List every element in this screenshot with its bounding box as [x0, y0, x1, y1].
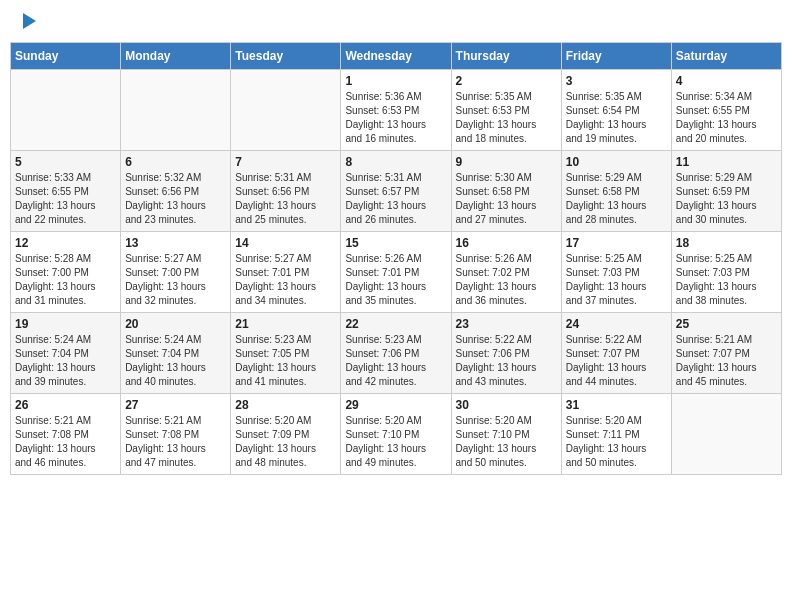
- dow-header-saturday: Saturday: [671, 43, 781, 70]
- day-cell-empty: [11, 70, 121, 151]
- week-row-3: 12Sunrise: 5:28 AM Sunset: 7:00 PM Dayli…: [11, 232, 782, 313]
- day-cell-empty: [121, 70, 231, 151]
- day-cell-7: 7Sunrise: 5:31 AM Sunset: 6:56 PM Daylig…: [231, 151, 341, 232]
- day-number: 25: [676, 317, 777, 331]
- day-info: Sunrise: 5:25 AM Sunset: 7:03 PM Dayligh…: [566, 252, 667, 308]
- day-cell-29: 29Sunrise: 5:20 AM Sunset: 7:10 PM Dayli…: [341, 394, 451, 475]
- day-number: 12: [15, 236, 116, 250]
- week-row-4: 19Sunrise: 5:24 AM Sunset: 7:04 PM Dayli…: [11, 313, 782, 394]
- day-info: Sunrise: 5:21 AM Sunset: 7:08 PM Dayligh…: [125, 414, 226, 470]
- day-number: 14: [235, 236, 336, 250]
- day-cell-9: 9Sunrise: 5:30 AM Sunset: 6:58 PM Daylig…: [451, 151, 561, 232]
- day-info: Sunrise: 5:32 AM Sunset: 6:56 PM Dayligh…: [125, 171, 226, 227]
- day-cell-19: 19Sunrise: 5:24 AM Sunset: 7:04 PM Dayli…: [11, 313, 121, 394]
- day-info: Sunrise: 5:33 AM Sunset: 6:55 PM Dayligh…: [15, 171, 116, 227]
- day-cell-30: 30Sunrise: 5:20 AM Sunset: 7:10 PM Dayli…: [451, 394, 561, 475]
- day-info: Sunrise: 5:23 AM Sunset: 7:05 PM Dayligh…: [235, 333, 336, 389]
- day-cell-28: 28Sunrise: 5:20 AM Sunset: 7:09 PM Dayli…: [231, 394, 341, 475]
- day-info: Sunrise: 5:34 AM Sunset: 6:55 PM Dayligh…: [676, 90, 777, 146]
- day-cell-8: 8Sunrise: 5:31 AM Sunset: 6:57 PM Daylig…: [341, 151, 451, 232]
- day-cell-2: 2Sunrise: 5:35 AM Sunset: 6:53 PM Daylig…: [451, 70, 561, 151]
- day-number: 8: [345, 155, 446, 169]
- week-row-2: 5Sunrise: 5:33 AM Sunset: 6:55 PM Daylig…: [11, 151, 782, 232]
- day-cell-empty: [671, 394, 781, 475]
- day-number: 29: [345, 398, 446, 412]
- day-number: 3: [566, 74, 667, 88]
- day-info: Sunrise: 5:28 AM Sunset: 7:00 PM Dayligh…: [15, 252, 116, 308]
- day-cell-16: 16Sunrise: 5:26 AM Sunset: 7:02 PM Dayli…: [451, 232, 561, 313]
- dow-header-tuesday: Tuesday: [231, 43, 341, 70]
- day-cell-15: 15Sunrise: 5:26 AM Sunset: 7:01 PM Dayli…: [341, 232, 451, 313]
- day-cell-22: 22Sunrise: 5:23 AM Sunset: 7:06 PM Dayli…: [341, 313, 451, 394]
- day-info: Sunrise: 5:29 AM Sunset: 6:58 PM Dayligh…: [566, 171, 667, 227]
- day-info: Sunrise: 5:20 AM Sunset: 7:10 PM Dayligh…: [456, 414, 557, 470]
- day-number: 19: [15, 317, 116, 331]
- day-number: 11: [676, 155, 777, 169]
- day-info: Sunrise: 5:35 AM Sunset: 6:53 PM Dayligh…: [456, 90, 557, 146]
- day-cell-27: 27Sunrise: 5:21 AM Sunset: 7:08 PM Dayli…: [121, 394, 231, 475]
- day-info: Sunrise: 5:25 AM Sunset: 7:03 PM Dayligh…: [676, 252, 777, 308]
- day-number: 1: [345, 74, 446, 88]
- dow-header-monday: Monday: [121, 43, 231, 70]
- day-cell-25: 25Sunrise: 5:21 AM Sunset: 7:07 PM Dayli…: [671, 313, 781, 394]
- day-info: Sunrise: 5:21 AM Sunset: 7:08 PM Dayligh…: [15, 414, 116, 470]
- day-number: 22: [345, 317, 446, 331]
- day-cell-4: 4Sunrise: 5:34 AM Sunset: 6:55 PM Daylig…: [671, 70, 781, 151]
- day-info: Sunrise: 5:36 AM Sunset: 6:53 PM Dayligh…: [345, 90, 446, 146]
- day-cell-12: 12Sunrise: 5:28 AM Sunset: 7:00 PM Dayli…: [11, 232, 121, 313]
- day-number: 9: [456, 155, 557, 169]
- day-number: 7: [235, 155, 336, 169]
- day-number: 30: [456, 398, 557, 412]
- day-info: Sunrise: 5:22 AM Sunset: 7:07 PM Dayligh…: [566, 333, 667, 389]
- day-number: 13: [125, 236, 226, 250]
- day-cell-14: 14Sunrise: 5:27 AM Sunset: 7:01 PM Dayli…: [231, 232, 341, 313]
- day-number: 16: [456, 236, 557, 250]
- day-info: Sunrise: 5:30 AM Sunset: 6:58 PM Dayligh…: [456, 171, 557, 227]
- day-number: 27: [125, 398, 226, 412]
- day-number: 31: [566, 398, 667, 412]
- week-row-5: 26Sunrise: 5:21 AM Sunset: 7:08 PM Dayli…: [11, 394, 782, 475]
- day-cell-13: 13Sunrise: 5:27 AM Sunset: 7:00 PM Dayli…: [121, 232, 231, 313]
- day-cell-3: 3Sunrise: 5:35 AM Sunset: 6:54 PM Daylig…: [561, 70, 671, 151]
- page-header: [10, 10, 782, 32]
- days-of-week-row: SundayMondayTuesdayWednesdayThursdayFrid…: [11, 43, 782, 70]
- day-info: Sunrise: 5:20 AM Sunset: 7:09 PM Dayligh…: [235, 414, 336, 470]
- day-info: Sunrise: 5:31 AM Sunset: 6:56 PM Dayligh…: [235, 171, 336, 227]
- logo: [20, 15, 36, 27]
- day-number: 18: [676, 236, 777, 250]
- day-number: 17: [566, 236, 667, 250]
- day-cell-31: 31Sunrise: 5:20 AM Sunset: 7:11 PM Dayli…: [561, 394, 671, 475]
- day-number: 15: [345, 236, 446, 250]
- day-number: 24: [566, 317, 667, 331]
- day-info: Sunrise: 5:27 AM Sunset: 7:00 PM Dayligh…: [125, 252, 226, 308]
- week-row-1: 1Sunrise: 5:36 AM Sunset: 6:53 PM Daylig…: [11, 70, 782, 151]
- dow-header-friday: Friday: [561, 43, 671, 70]
- day-cell-1: 1Sunrise: 5:36 AM Sunset: 6:53 PM Daylig…: [341, 70, 451, 151]
- day-info: Sunrise: 5:27 AM Sunset: 7:01 PM Dayligh…: [235, 252, 336, 308]
- day-number: 26: [15, 398, 116, 412]
- day-cell-23: 23Sunrise: 5:22 AM Sunset: 7:06 PM Dayli…: [451, 313, 561, 394]
- day-info: Sunrise: 5:29 AM Sunset: 6:59 PM Dayligh…: [676, 171, 777, 227]
- day-cell-5: 5Sunrise: 5:33 AM Sunset: 6:55 PM Daylig…: [11, 151, 121, 232]
- day-info: Sunrise: 5:21 AM Sunset: 7:07 PM Dayligh…: [676, 333, 777, 389]
- day-info: Sunrise: 5:26 AM Sunset: 7:01 PM Dayligh…: [345, 252, 446, 308]
- day-cell-17: 17Sunrise: 5:25 AM Sunset: 7:03 PM Dayli…: [561, 232, 671, 313]
- day-info: Sunrise: 5:26 AM Sunset: 7:02 PM Dayligh…: [456, 252, 557, 308]
- dow-header-sunday: Sunday: [11, 43, 121, 70]
- day-number: 21: [235, 317, 336, 331]
- day-cell-26: 26Sunrise: 5:21 AM Sunset: 7:08 PM Dayli…: [11, 394, 121, 475]
- day-number: 5: [15, 155, 116, 169]
- day-cell-18: 18Sunrise: 5:25 AM Sunset: 7:03 PM Dayli…: [671, 232, 781, 313]
- day-number: 4: [676, 74, 777, 88]
- day-info: Sunrise: 5:31 AM Sunset: 6:57 PM Dayligh…: [345, 171, 446, 227]
- day-cell-11: 11Sunrise: 5:29 AM Sunset: 6:59 PM Dayli…: [671, 151, 781, 232]
- day-cell-10: 10Sunrise: 5:29 AM Sunset: 6:58 PM Dayli…: [561, 151, 671, 232]
- day-info: Sunrise: 5:20 AM Sunset: 7:10 PM Dayligh…: [345, 414, 446, 470]
- day-number: 23: [456, 317, 557, 331]
- day-info: Sunrise: 5:20 AM Sunset: 7:11 PM Dayligh…: [566, 414, 667, 470]
- calendar-table: SundayMondayTuesdayWednesdayThursdayFrid…: [10, 42, 782, 475]
- day-number: 2: [456, 74, 557, 88]
- day-cell-empty: [231, 70, 341, 151]
- dow-header-thursday: Thursday: [451, 43, 561, 70]
- day-info: Sunrise: 5:35 AM Sunset: 6:54 PM Dayligh…: [566, 90, 667, 146]
